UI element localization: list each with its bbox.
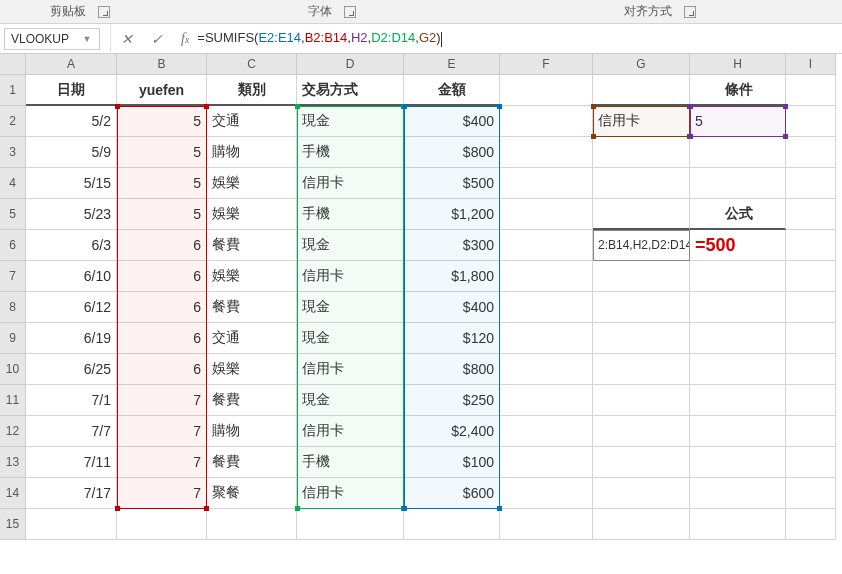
cell-D15[interactable] xyxy=(297,509,404,540)
dialog-launcher-icon[interactable] xyxy=(344,6,356,18)
cell-H15[interactable] xyxy=(690,509,786,540)
cell-A3[interactable]: 5/9 xyxy=(26,137,117,168)
cell-A13[interactable]: 7/11 xyxy=(26,447,117,478)
cell-F15[interactable] xyxy=(500,509,593,540)
row-header-4[interactable]: 4 xyxy=(0,168,26,199)
cell-C3[interactable]: 購物 xyxy=(207,137,297,168)
cell-I11[interactable] xyxy=(786,385,836,416)
cell-E13[interactable]: $100 xyxy=(404,447,500,478)
cell-D11[interactable]: 現金 xyxy=(297,385,404,416)
col-header-H[interactable]: H xyxy=(690,54,786,75)
cell-D9[interactable]: 現金 xyxy=(297,323,404,354)
cell-F14[interactable] xyxy=(500,478,593,509)
cell-A9[interactable]: 6/19 xyxy=(26,323,117,354)
cell-B1[interactable]: yuefen xyxy=(117,75,207,106)
cell-I12[interactable] xyxy=(786,416,836,447)
row-header-12[interactable]: 12 xyxy=(0,416,26,447)
cell-C2[interactable]: 交通 xyxy=(207,106,297,137)
cell-C5[interactable]: 娛樂 xyxy=(207,199,297,230)
row-header-10[interactable]: 10 xyxy=(0,354,26,385)
row-header-15[interactable]: 15 xyxy=(0,509,26,540)
cell-C4[interactable]: 娛樂 xyxy=(207,168,297,199)
cell-G15[interactable] xyxy=(593,509,690,540)
cell-G4[interactable] xyxy=(593,168,690,199)
cell-F11[interactable] xyxy=(500,385,593,416)
cell-F13[interactable] xyxy=(500,447,593,478)
cell-B10[interactable]: 6 xyxy=(117,354,207,385)
cell-D7[interactable]: 信用卡 xyxy=(297,261,404,292)
cell-A11[interactable]: 7/1 xyxy=(26,385,117,416)
cell-B7[interactable]: 6 xyxy=(117,261,207,292)
cell-G10[interactable] xyxy=(593,354,690,385)
cell-F4[interactable] xyxy=(500,168,593,199)
cell-H12[interactable] xyxy=(690,416,786,447)
cell-F1[interactable] xyxy=(500,75,593,106)
cell-A8[interactable]: 6/12 xyxy=(26,292,117,323)
cell-C9[interactable]: 交通 xyxy=(207,323,297,354)
cell-I1[interactable] xyxy=(786,75,836,106)
cell-A7[interactable]: 6/10 xyxy=(26,261,117,292)
row-header-2[interactable]: 2 xyxy=(0,106,26,137)
dialog-launcher-icon[interactable] xyxy=(98,6,110,18)
col-header-C[interactable]: C xyxy=(207,54,297,75)
cell-D4[interactable]: 信用卡 xyxy=(297,168,404,199)
cell-B8[interactable]: 6 xyxy=(117,292,207,323)
cell-H14[interactable] xyxy=(690,478,786,509)
cell-I14[interactable] xyxy=(786,478,836,509)
cell-G12[interactable] xyxy=(593,416,690,447)
ribbon-group-alignment[interactable]: 对齐方式 xyxy=(616,3,696,20)
cell-C6[interactable]: 餐費 xyxy=(207,230,297,261)
cell-F5[interactable] xyxy=(500,199,593,230)
cell-E10[interactable]: $800 xyxy=(404,354,500,385)
cell-B3[interactable]: 5 xyxy=(117,137,207,168)
cell-C14[interactable]: 聚餐 xyxy=(207,478,297,509)
cell-F8[interactable] xyxy=(500,292,593,323)
row-header-9[interactable]: 9 xyxy=(0,323,26,354)
col-header-F[interactable]: F xyxy=(500,54,593,75)
col-header-G[interactable]: G xyxy=(593,54,690,75)
cell-C15[interactable] xyxy=(207,509,297,540)
cell-C1[interactable]: 類別 xyxy=(207,75,297,106)
cell-E2[interactable]: $400 xyxy=(404,106,500,137)
cell-C12[interactable]: 購物 xyxy=(207,416,297,447)
row-header-6[interactable]: 6 xyxy=(0,230,26,261)
cell-I5[interactable] xyxy=(786,199,836,230)
select-all-corner[interactable] xyxy=(0,54,26,75)
cell-B13[interactable]: 7 xyxy=(117,447,207,478)
cell-D2[interactable]: 現金 xyxy=(297,106,404,137)
name-box[interactable]: VLOOKUP ▼ xyxy=(4,28,100,50)
cell-C7[interactable]: 娛樂 xyxy=(207,261,297,292)
cell-E6[interactable]: $300 xyxy=(404,230,500,261)
enter-icon[interactable]: ✓ xyxy=(151,31,163,47)
cell-B6[interactable]: 6 xyxy=(117,230,207,261)
col-header-I[interactable]: I xyxy=(786,54,836,75)
cell-C8[interactable]: 餐費 xyxy=(207,292,297,323)
cell-F6[interactable] xyxy=(500,230,593,261)
ribbon-group-font[interactable]: 字体 xyxy=(300,3,356,20)
cell-I8[interactable] xyxy=(786,292,836,323)
cell-D6[interactable]: 現金 xyxy=(297,230,404,261)
cell-G7[interactable] xyxy=(593,261,690,292)
formula-input[interactable]: =SUMIFS(E2:E14,B2:B14,H2,D2:D14,G2) xyxy=(189,28,842,50)
dialog-launcher-icon[interactable] xyxy=(684,6,696,18)
cell-H9[interactable] xyxy=(690,323,786,354)
fx-icon[interactable]: fx xyxy=(181,31,189,47)
cell-D12[interactable]: 信用卡 xyxy=(297,416,404,447)
cell-F12[interactable] xyxy=(500,416,593,447)
cell-E4[interactable]: $500 xyxy=(404,168,500,199)
cell-H10[interactable] xyxy=(690,354,786,385)
cell-I9[interactable] xyxy=(786,323,836,354)
cell-B5[interactable]: 5 xyxy=(117,199,207,230)
cell-G6[interactable]: 2:B14,H2,D2:D14,G2) xyxy=(593,230,690,261)
cell-C10[interactable]: 娛樂 xyxy=(207,354,297,385)
chevron-down-icon[interactable]: ▼ xyxy=(81,34,93,44)
cell-I15[interactable] xyxy=(786,509,836,540)
cell-B15[interactable] xyxy=(117,509,207,540)
row-header-5[interactable]: 5 xyxy=(0,199,26,230)
cell-D14[interactable]: 信用卡 xyxy=(297,478,404,509)
cell-B12[interactable]: 7 xyxy=(117,416,207,447)
cell-D1[interactable]: 交易方式 xyxy=(297,75,404,106)
col-header-A[interactable]: A xyxy=(26,54,117,75)
cell-H8[interactable] xyxy=(690,292,786,323)
cell-A6[interactable]: 6/3 xyxy=(26,230,117,261)
